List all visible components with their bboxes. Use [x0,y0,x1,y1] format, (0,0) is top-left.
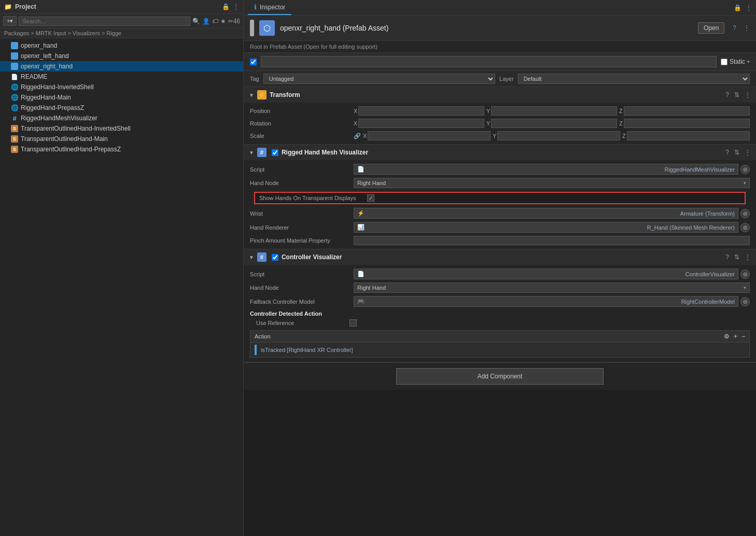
fallback-ref-btn[interactable]: ◎ [740,297,750,306]
tree-item-openxr-right-hand[interactable]: openxr_right_hand [0,61,243,72]
controller-vis-header[interactable]: ▼ # Controller Visualizer ? ⇅ ⋮ [244,249,756,265]
globe-icon: 🌐 [10,104,19,112]
search-icon: 🔍 [192,18,200,25]
hand-renderer-ref-btn[interactable]: ◎ [740,223,750,232]
kebab-icon: ⋮ [745,149,751,156]
show-hands-checkbox[interactable]: ✓ [367,194,374,202]
transform-section: ▼ ⚡ Transform ? ⇅ ⋮ Position X [244,87,756,145]
plus-icon[interactable]: + [734,333,737,340]
scale-y-input[interactable]: 1 [497,131,620,140]
pos-y-input[interactable]: 0 [491,106,617,116]
tree-item-transparent-inverted[interactable]: S TransparentOutlinedHand-InvertedShell [0,123,243,134]
tree-item-label: TransparentOutlinedHand-PrepassZ [21,146,121,153]
lock-icon: 🔒 [734,4,741,11]
script-ref-btn[interactable]: ◎ [740,165,750,174]
fallback-value: 🎮 RightControllerModel [354,296,738,307]
tree-item-openxr-left-hand[interactable]: openxr_left_hand [0,51,243,61]
toolbar-row: +▾ 🔍 👤 🏷 ★ ✏46 [0,14,243,29]
hand-renderer-row: Hand Renderer 📊 R_Hand (Skinned Mesh Ren… [244,220,756,234]
controller-vis-enable-checkbox[interactable] [272,254,278,261]
panel-title: Project [15,3,36,10]
hand-node-label: Hand Node [250,180,354,186]
transform-header[interactable]: ▼ ⚡ Transform ? ⇅ ⋮ [244,87,756,103]
tree-item-rigged-inverted[interactable]: 🌐 RiggedHand-InvertedShell [0,82,243,92]
tag-icon: 🏷 [212,18,218,25]
rigged-hand-header-icons: ? ⇅ ⋮ [725,149,751,156]
cv-script-label: Script [250,271,354,277]
rot-y-input[interactable]: 0 [491,119,617,128]
tag-label: Tag [250,76,259,82]
hand-renderer-label: Hand Renderer [250,224,354,231]
cv-script-ref-btn[interactable]: ◎ [740,270,750,279]
tree-item-openxr-hand[interactable]: openxr_hand [0,40,243,51]
star-icon: ★ [220,18,226,25]
s-icon: S [10,135,19,143]
tree-item-rigged-main[interactable]: 🌐 RiggedHand-Main [0,92,243,103]
s-icon: S [10,124,19,133]
add-component-button[interactable]: Add Component [396,368,604,385]
rigged-hand-enable-checkbox[interactable] [272,149,278,156]
help-icon: ? [733,24,736,32]
tree-item-transparent-prepassz[interactable]: S TransparentOutlinedHand-PrepassZ [0,144,243,154]
pinch-amount-input[interactable]: _PinchAmount [354,236,750,245]
controller-vis-header-icons: ? ⇅ ⋮ [725,253,751,261]
tree-item-transparent-main[interactable]: S TransparentOutlinedHand-Main [0,134,243,144]
scale-x-input[interactable]: 1 [368,131,491,140]
prefab-header: ⬡ openxr_right_hand (Prefab Asset) Open … [244,16,756,41]
settings-icon: ⇅ [734,149,739,156]
hash-icon: # [257,148,267,157]
action-header-label: Action [255,333,271,340]
help-icon: ? [725,149,729,156]
pinch-amount-label: Pinch Amount Material Property [250,237,354,244]
wrist-value: ⚡ Armature (Transform) [354,208,738,219]
tree-item-label: README [21,73,47,80]
cv-script-value: 📄 ControllerVisualizer [354,269,738,279]
rot-y-item: Y 0 [486,119,617,128]
tree-item-label: openxr_hand [21,42,57,49]
go-active-checkbox[interactable] [250,59,257,65]
rot-x-input[interactable]: 0 [358,119,484,128]
info-icon: ℹ [254,3,257,11]
cv-hand-node-dropdown[interactable]: Right Hand ▾ [354,283,750,293]
tree-item-label: RiggedHand-PrepassZ [21,104,84,111]
tree-item-rigged-prepassz[interactable]: 🌐 RiggedHand-PrepassZ [0,103,243,113]
action-section: Action ⚙ + − isTracked [RightHand XR Con… [250,330,750,358]
wrist-ref-btn[interactable]: ◎ [740,209,750,218]
scale-z-input[interactable]: 1 [627,131,750,140]
pos-z-input[interactable]: 0 [624,106,750,116]
renderer-icon: 📊 [357,224,365,231]
use-ref-checkbox[interactable] [349,319,357,327]
settings-icon: ⚙ [724,333,730,340]
tag-select[interactable]: Untagged [263,74,495,84]
panel-header-actions: 🔒 ⋮ [222,3,239,10]
minus-icon[interactable]: − [741,333,745,340]
position-label: Position [250,108,354,114]
inspector-tab[interactable]: ℹ Inspector [248,0,291,15]
rigged-hand-header[interactable]: ▼ # Rigged Hand Mesh Visualizer ? ⇅ ⋮ [244,145,756,160]
tree-item-label: RiggedHandMeshVisualizer [21,115,97,122]
tree-item-label: TransparentOutlinedHand-Main [21,135,108,143]
prefab-name: openxr_right_hand (Prefab Asset) [280,24,693,32]
layer-select[interactable]: Default [518,74,750,84]
tree-item-rigged-mesh-vis[interactable]: # RiggedHandMeshVisualizer [0,113,243,123]
rot-x-item: X 0 [354,119,484,128]
cube-icon [10,41,19,50]
rot-z-input[interactable]: 0 [624,119,750,128]
pos-x-input[interactable]: 0 [358,106,484,116]
go-name-input[interactable]: openxr_right_hand [261,56,717,67]
controller-vis-section: ▼ # Controller Visualizer ? ⇅ ⋮ Script 📄… [244,249,756,362]
cv-dropdown-chevron: ▾ [744,285,746,290]
script-row: Script 📄 RiggedHandMeshVisualizer ◎ [244,162,756,176]
action-bar [255,345,257,355]
open-button[interactable]: Open [698,22,724,34]
scale-xyz: 🔗 X 1 Y 1 Z 1 [354,131,750,140]
search-input[interactable] [19,17,190,26]
hand-node-dropdown[interactable]: Right Hand ▾ [354,178,750,188]
add-button[interactable]: +▾ [3,16,17,26]
scale-x-item: X 1 [363,131,491,140]
file-icon: 📄 [10,73,19,81]
tree-item-readme[interactable]: 📄 README [0,72,243,82]
static-checkbox[interactable] [721,59,727,65]
prefab-cube-icon: ⬡ [259,20,275,36]
cv-script-icon: 📄 [357,271,365,277]
